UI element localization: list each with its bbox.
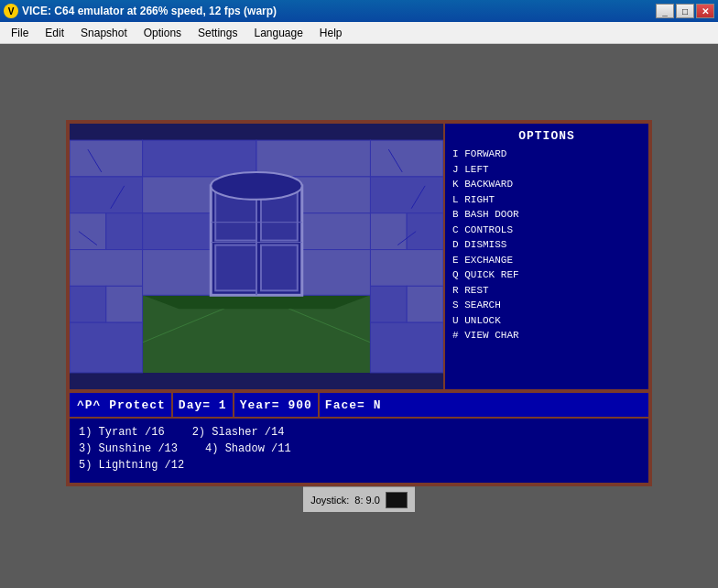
options-list: I FORWARDJ LEFTK BACKWARDL RIGHTB BASH D… xyxy=(452,147,641,343)
game-screen: OPTIONS I FORWARDJ LEFTK BACKWARDL RIGHT… xyxy=(66,120,652,486)
year-status: Year= 900 xyxy=(240,398,312,412)
option-item-u: U UNLOCK xyxy=(452,313,641,329)
svg-rect-12 xyxy=(70,250,143,287)
svg-rect-22 xyxy=(370,213,407,250)
menu-options[interactable]: Options xyxy=(136,25,189,41)
menu-edit[interactable]: Edit xyxy=(38,25,71,41)
window-footer: Joystick: 8: 9.0 xyxy=(303,486,415,512)
party-row-1: 1) Tyrant /16 2) Slasher /14 xyxy=(79,426,639,439)
option-item-i: I FORWARD xyxy=(452,147,641,162)
protect-status: ^P^ Protect xyxy=(77,398,166,412)
svg-rect-27 xyxy=(370,322,443,373)
footer-right: Joystick: 8: 9.0 xyxy=(310,492,408,508)
close-button[interactable]: ✕ xyxy=(696,4,714,18)
options-title: OPTIONS xyxy=(452,129,641,143)
game-top: OPTIONS I FORWARDJ LEFTK BACKWARDL RIGHT… xyxy=(70,124,648,391)
face-status: Face= N xyxy=(325,398,382,412)
svg-rect-36 xyxy=(295,177,371,213)
day-status: Day= 1 xyxy=(179,398,227,412)
svg-rect-9 xyxy=(70,177,143,213)
party-member-3: 3) Sunshine /13 xyxy=(79,442,178,455)
svg-rect-46 xyxy=(261,245,298,291)
svg-rect-24 xyxy=(370,250,443,287)
title-bar-text: VICE: C64 emulator at 266% speed, 12 fps… xyxy=(22,5,652,17)
svg-rect-39 xyxy=(143,250,219,296)
options-panel: OPTIONS I FORWARDJ LEFTK BACKWARDL RIGHT… xyxy=(445,124,648,389)
status-divider-1 xyxy=(171,393,173,417)
menu-file[interactable]: File xyxy=(4,25,36,41)
party-member-2: 2) Slasher /14 xyxy=(192,426,285,439)
party-member-1: 1) Tyrant /16 xyxy=(79,426,165,439)
option-item-r: R REST xyxy=(452,283,641,299)
main-content: OPTIONS I FORWARDJ LEFTK BACKWARDL RIGHT… xyxy=(0,44,718,588)
party-member-5: 5) Lightning /12 xyxy=(79,459,184,472)
svg-marker-6 xyxy=(143,295,371,309)
joystick-indicator xyxy=(386,492,408,508)
svg-rect-33 xyxy=(256,140,370,177)
option-item-e: E EXCHANGE xyxy=(452,253,641,268)
svg-rect-45 xyxy=(215,245,256,291)
svg-rect-10 xyxy=(70,213,106,250)
party-row-2: 3) Sunshine /13 4) Shadow /11 xyxy=(79,442,639,455)
option-item-c: C CONTROLS xyxy=(452,223,641,238)
option-item-l: L RIGHT xyxy=(452,192,641,208)
option-item-d: D DISMISS xyxy=(452,237,641,253)
option-item-b: B BASH DOOR xyxy=(452,207,641,223)
svg-rect-8 xyxy=(70,140,143,177)
svg-rect-13 xyxy=(70,286,106,322)
party-row-3: 5) Lightning /12 xyxy=(79,459,639,472)
dungeon-view xyxy=(70,124,445,389)
option-item-j: J LEFT xyxy=(452,162,641,178)
svg-rect-14 xyxy=(106,286,143,322)
menu-language[interactable]: Language xyxy=(246,25,310,41)
svg-point-50 xyxy=(211,172,302,200)
svg-rect-21 xyxy=(370,177,443,213)
app-icon: V xyxy=(4,4,18,18)
svg-rect-32 xyxy=(143,140,256,177)
coords-display: 8: 9.0 xyxy=(354,495,380,506)
minimize-button[interactable]: _ xyxy=(656,4,674,18)
status-divider-3 xyxy=(318,393,320,417)
party-list: 1) Tyrant /16 2) Slasher /14 3) Sunshine… xyxy=(70,419,648,483)
title-bar: V VICE: C64 emulator at 266% speed, 12 f… xyxy=(0,0,718,22)
menu-settings[interactable]: Settings xyxy=(190,25,245,41)
option-item-#: # VIEW CHAR xyxy=(452,328,641,343)
svg-rect-25 xyxy=(370,286,407,322)
svg-rect-41 xyxy=(295,250,371,296)
svg-rect-20 xyxy=(370,140,443,177)
svg-rect-15 xyxy=(70,322,143,373)
menu-snapshot[interactable]: Snapshot xyxy=(73,25,135,41)
menu-help[interactable]: Help xyxy=(312,25,350,41)
joystick-label: Joystick: xyxy=(310,495,349,506)
option-item-q: Q QUICK REF xyxy=(452,267,641,283)
svg-rect-26 xyxy=(407,286,443,322)
status-bar: ^P^ Protect Day= 1 Year= 900 Face= N xyxy=(70,391,648,419)
title-bar-buttons: _ □ ✕ xyxy=(656,4,714,18)
svg-rect-11 xyxy=(106,213,143,250)
svg-rect-23 xyxy=(407,213,443,250)
option-item-s: S SEARCH xyxy=(452,298,641,313)
option-item-k: K BACKWARD xyxy=(452,177,641,192)
status-divider-2 xyxy=(233,393,234,417)
party-member-4: 4) Shadow /11 xyxy=(205,442,291,455)
svg-rect-34 xyxy=(143,177,219,213)
menu-bar: File Edit Snapshot Options Settings Lang… xyxy=(0,22,718,44)
maximize-button[interactable]: □ xyxy=(676,4,694,18)
